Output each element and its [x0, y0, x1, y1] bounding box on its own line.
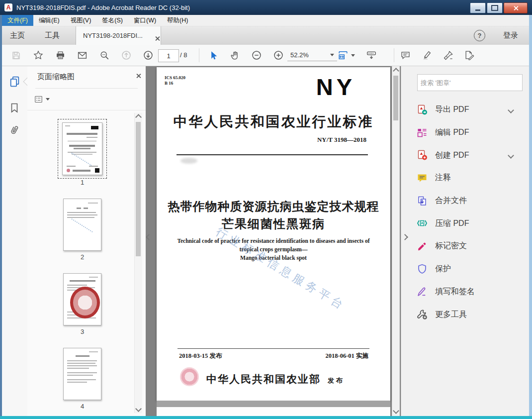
scroll-up-icon[interactable] [393, 68, 399, 74]
tab-home[interactable]: 主页 [7, 26, 28, 45]
page-display-button[interactable] [364, 48, 378, 62]
print-button[interactable] [53, 48, 67, 62]
tab-document[interactable]: NYT3198-2018FDI... [76, 26, 161, 45]
tool-combine-files[interactable]: 合并文件 [401, 190, 530, 212]
tool-export-pdf[interactable]: 导出 PDF [401, 99, 530, 121]
page-total-label: / 8 [180, 51, 187, 59]
thumbnail-page-number: 3 [58, 328, 106, 335]
tool-label: 保护 [435, 264, 451, 274]
email-button[interactable] [75, 48, 89, 62]
printer-icon [55, 50, 66, 61]
thumbnail-page-3[interactable] [63, 273, 101, 325]
sign-tool-button[interactable] [442, 48, 455, 62]
tool-label: 导出 PDF [435, 105, 469, 115]
thumbnail-page-1[interactable] [58, 119, 106, 178]
fit-width-icon [338, 50, 349, 61]
zoom-level-dropdown[interactable]: 52.2% [287, 49, 337, 61]
tool-label: 标记密文 [435, 241, 467, 251]
save-button[interactable] [9, 48, 23, 62]
compress-pdf-icon [416, 217, 428, 229]
scrolling-view-icon [366, 50, 377, 61]
menu-view[interactable]: 视图(V) [65, 15, 97, 26]
search-button[interactable] [97, 48, 111, 62]
collapse-left-panel-icon[interactable] [146, 234, 152, 240]
menu-edit[interactable]: 编辑(E) [33, 15, 65, 26]
close-button[interactable] [504, 2, 528, 13]
comment-icon [416, 172, 428, 184]
menu-sign[interactable]: 签名(S) [96, 15, 128, 26]
scroll-up-icon[interactable] [135, 114, 142, 120]
fit-options-dropdown[interactable] [350, 48, 356, 62]
previous-page-button[interactable] [119, 48, 133, 62]
tab-bar: 主页 工具 NYT3198-2018FDI... ? 登录 [0, 26, 532, 45]
scrollbar-thumb[interactable] [136, 122, 141, 256]
tool-fill-sign[interactable]: 填写和签名 [401, 281, 530, 304]
highlighter-icon [422, 50, 433, 61]
tool-protect[interactable]: 保护 [401, 258, 530, 281]
menu-help[interactable]: 帮助(H) [162, 15, 193, 26]
publish-label: 发布 [328, 376, 345, 385]
fill-sign-icon [416, 286, 428, 298]
page-thumbnails-panel-button[interactable] [8, 75, 21, 88]
menu-window[interactable]: 窗口(W) [128, 15, 162, 26]
tool-compress-pdf[interactable]: 压缩 PDF [401, 212, 530, 235]
scroll-down-icon[interactable] [393, 408, 399, 414]
fit-width-button[interactable] [336, 48, 350, 62]
bookmark-icon [8, 102, 20, 114]
issue-date: 2018-03-15 发布 [179, 352, 222, 360]
tool-comment[interactable]: 注释 [401, 167, 530, 190]
thumbnails-panel: 页面缩略图 [27, 66, 146, 416]
main-toolbar: / 8 52.2% [0, 45, 532, 66]
thumbnail-options-button[interactable] [34, 93, 55, 105]
document-view[interactable]: ICS 65.020 B 16 NY 中华人民共和国农业行业标准 NY/T 31… [146, 66, 401, 416]
comment-tool-button[interactable] [398, 48, 412, 62]
page-number-input[interactable] [158, 49, 179, 62]
page-separator [157, 401, 390, 407]
document-title-cn: 热带作物种质资源抗病虫鉴定技术规程 [157, 199, 390, 214]
star-favorites-button[interactable] [31, 48, 45, 62]
tool-redact[interactable]: 标记密文 [401, 235, 530, 258]
taskbar-edge [0, 416, 532, 419]
thumbnail-page-number: 2 [58, 253, 106, 261]
tab-tools[interactable]: 工具 [42, 26, 63, 45]
select-tool-button[interactable] [206, 48, 220, 62]
highlight-tool-button[interactable] [420, 48, 434, 62]
thumbnail-page-2[interactable] [63, 199, 101, 251]
document-subtitle-cn: 芒果细菌性黑斑病 [157, 216, 390, 232]
zoom-in-button[interactable] [271, 48, 285, 62]
close-icon [513, 5, 519, 11]
thumbnails-scrollbar[interactable] [134, 113, 142, 413]
tools-search-input[interactable] [417, 74, 523, 91]
acrobat-app-icon: A [4, 3, 12, 11]
signin-button[interactable]: 登录 [503, 26, 518, 45]
minimize-button[interactable] [470, 2, 486, 13]
tool-label: 填写和签名 [435, 287, 475, 297]
standard-heading: 中华人民共和国农业行业标准 [157, 112, 390, 131]
scroll-down-icon[interactable] [135, 406, 142, 412]
tool-more-tools[interactable]: 更多工具 [401, 303, 530, 326]
maximize-button[interactable] [487, 2, 503, 13]
pointer-icon [208, 50, 218, 61]
document-scrollbar[interactable] [392, 66, 400, 416]
chevron-down-icon[interactable] [508, 153, 514, 159]
chevron-down-icon [46, 98, 50, 101]
next-page-button[interactable] [141, 48, 155, 62]
hand-tool-button[interactable] [228, 48, 242, 62]
help-button[interactable]: ? [474, 30, 485, 41]
scrollbar-thumb[interactable] [393, 76, 398, 120]
thumbnail-page-4[interactable] [63, 348, 101, 400]
title-bar: A NYT3198-2018FDIS.pdf - Adobe Acrobat R… [0, 0, 532, 15]
zoom-out-button[interactable] [250, 48, 264, 62]
attachments-panel-button[interactable] [8, 123, 21, 136]
tool-create-pdf[interactable]: 创建 PDF [401, 144, 530, 167]
menu-file[interactable]: 文件(F) [2, 15, 33, 26]
tool-edit-pdf[interactable]: 编辑 PDF [401, 121, 530, 144]
fill-sign-tool-button[interactable] [462, 48, 476, 62]
window-title: NYT3198-2018FDIS.pdf - Adobe Acrobat Rea… [16, 4, 190, 11]
window-border-left [0, 15, 2, 416]
chevron-down-icon [351, 54, 355, 57]
chevron-down-icon[interactable] [508, 107, 514, 113]
chevron-down-icon [330, 54, 334, 56]
bookmarks-panel-button[interactable] [8, 102, 21, 114]
hand-icon [230, 50, 240, 61]
